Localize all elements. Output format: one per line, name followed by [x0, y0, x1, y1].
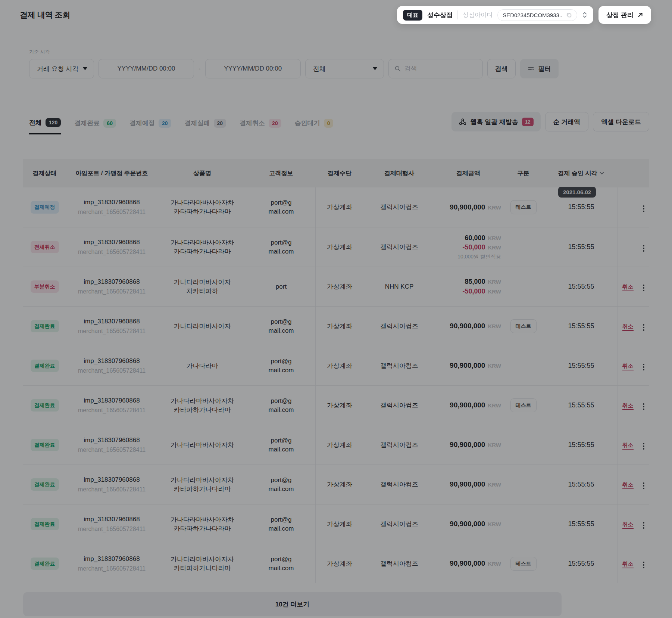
kebab-menu-icon[interactable] — [641, 243, 647, 254]
customer-info: port@gmail.com — [247, 476, 315, 494]
time-type-select[interactable]: 거래 요청 시각 — [29, 59, 94, 78]
actions-cell — [638, 319, 649, 333]
cancel-cell: 취소 — [618, 480, 638, 489]
merchant-id-pill[interactable]: SED02345DCOM3933.. — [497, 9, 577, 21]
table-row: 결제완료 imp_318307960868 merchant_165605728… — [23, 306, 649, 346]
status-cell: 결제예정 — [23, 201, 66, 214]
status-badge: 결제완료 — [31, 478, 59, 491]
kebab-menu-icon[interactable] — [641, 480, 647, 491]
cancel-link[interactable]: 취소 — [622, 560, 634, 568]
type-cell: 테스트 — [502, 398, 545, 413]
merchant-order-id: merchant_165605728411 — [66, 208, 157, 216]
merchant-name: 성수상점 — [427, 11, 453, 19]
copy-icon[interactable] — [566, 12, 572, 18]
cancel-link[interactable]: 취소 — [622, 402, 634, 410]
store-manage-button[interactable]: 상점 관리 — [598, 6, 651, 24]
merchant-id-label: 상점아이디 — [463, 11, 493, 19]
tab-전체[interactable]: 전체120 — [29, 118, 61, 134]
table-body: 결제예정 imp_318307960868 merchant_165605728… — [23, 187, 649, 583]
actions-cell — [638, 201, 649, 214]
cancel-link[interactable]: 취소 — [622, 363, 634, 370]
table-row: 결제완료 imp_318307960868 merchant_165605728… — [23, 544, 649, 583]
cancel-link[interactable]: 취소 — [622, 521, 634, 529]
table-row: 결제완료 imp_318307960868 merchant_165605728… — [23, 346, 649, 385]
load-more-button[interactable]: 10건 더보기 — [23, 592, 562, 616]
pg-provider: 갤럭시아컴즈 — [364, 322, 435, 331]
scope-select[interactable]: 전체 — [305, 59, 384, 78]
topbar-right: 대표 성수상점 상점아이디 SED02345DCOM3933.. 상 — [397, 6, 651, 24]
actions-cell — [638, 557, 649, 571]
kebab-menu-icon[interactable] — [641, 520, 647, 531]
order-id: imp_318307960868 — [66, 277, 157, 286]
status-badge: 결제완료 — [31, 439, 59, 451]
amount-cell: 90,900,000KRW — [435, 559, 502, 569]
webhook-resend-button[interactable]: 웹훅 일괄 재발송 12 — [451, 112, 541, 131]
cancel-link[interactable]: 취소 — [622, 283, 634, 291]
payment-method: 가상계좌 — [315, 361, 364, 370]
tab-label: 결제완료 — [74, 119, 100, 127]
status-cell: 결제완료 — [23, 518, 66, 531]
kebab-menu-icon[interactable] — [641, 203, 647, 214]
product-name: 가나다라마바사아자 — [157, 322, 247, 331]
column-header-order: 아임포트 / 가맹점 주문번호 — [66, 170, 157, 177]
merchant-order-id: merchant_165605728411 — [66, 446, 157, 454]
tab-결제완료[interactable]: 결제완료60 — [74, 118, 116, 134]
net-amount-button[interactable]: 순 거래액 — [545, 112, 589, 131]
tab-count-badge: 0 — [324, 119, 334, 128]
sort-chevron-down-icon — [600, 172, 604, 175]
store-manage-label: 상점 관리 — [606, 11, 634, 19]
kebab-menu-icon[interactable] — [641, 322, 647, 333]
customer-info: port@gmail.com — [247, 436, 315, 454]
tab-결제취소[interactable]: 결제취소20 — [240, 118, 281, 134]
actions-cell — [638, 280, 649, 294]
kebab-menu-icon[interactable] — [641, 282, 647, 294]
customer-info: port@gmail.com — [247, 198, 315, 216]
search-input[interactable] — [404, 65, 477, 72]
approved-time: 15:55:55 — [545, 401, 618, 410]
payment-method: 가상계좌 — [315, 243, 364, 252]
pg-provider: 갤럭시아컴즈 — [364, 361, 435, 370]
tab-count-badge: 20 — [214, 119, 226, 128]
table-row: 결제완료 imp_318307960868 merchant_165605728… — [23, 465, 649, 504]
search-button[interactable]: 검색 — [487, 59, 516, 78]
status-badge: 결제예정 — [31, 201, 59, 214]
cancel-cell: 취소 — [618, 520, 638, 529]
product-name: 가나다라마바사아자차카타파하가나다라마 — [157, 515, 247, 533]
payment-method: 가상계좌 — [315, 401, 364, 410]
pg-provider: NHN KCP — [364, 282, 435, 291]
amount-cell: 60,000KRW-50,000KRW10,000원 할인적용 — [435, 233, 502, 261]
pg-provider: 갤럭시아컴즈 — [364, 480, 435, 489]
approved-time: 15:55:55 — [545, 202, 618, 212]
column-header-amount: 결제금액 — [435, 170, 502, 177]
cancel-link[interactable]: 취소 — [622, 442, 634, 450]
kebab-menu-icon[interactable] — [641, 361, 647, 373]
customer-info: port@gmail.com — [247, 317, 315, 335]
up-down-chevron-icon[interactable] — [582, 11, 587, 19]
filter-button[interactable]: 필터 — [520, 59, 559, 78]
status-tabs: 전체120결제완료60결제예정20결제실패20결제취소20승인대기0 — [23, 118, 333, 134]
merchant-id-value: SED02345DCOM3933.. — [503, 12, 562, 18]
cancel-cell: 취소 — [618, 401, 638, 410]
excel-download-button[interactable]: 엑셀 다운로드 — [593, 112, 649, 131]
filter-controls: 거래 요청 시각 - 전체 검색 필터 — [29, 59, 649, 78]
merchant-order-id: merchant_165605728411 — [66, 406, 157, 414]
kebab-menu-icon[interactable] — [641, 559, 647, 571]
status-badge: 결제완료 — [31, 399, 59, 412]
pg-provider: 갤럭시아컴즈 — [364, 441, 435, 450]
tab-결제실패[interactable]: 결제실패20 — [185, 118, 226, 134]
cancel-link[interactable]: 취소 — [622, 323, 634, 331]
amount-cell: 90,900,000KRW — [435, 400, 502, 410]
kebab-menu-icon[interactable] — [641, 441, 647, 452]
tab-승인대기[interactable]: 승인대기0 — [295, 118, 334, 134]
cancel-link[interactable]: 취소 — [622, 481, 634, 489]
merchant-selector[interactable]: 대표 성수상점 상점아이디 SED02345DCOM3933.. — [397, 6, 593, 24]
kebab-menu-icon[interactable] — [641, 401, 647, 412]
column-header-approved-time[interactable]: 결제 승인 시각 — [545, 170, 618, 177]
date-from-input[interactable] — [99, 59, 194, 78]
date-to-input[interactable] — [205, 59, 301, 78]
order-cell: imp_318307960868 merchant_165605728411 — [66, 515, 157, 533]
actions-cell — [638, 398, 649, 412]
merchant-order-id: merchant_165605728411 — [66, 367, 157, 375]
amount-cell: 90,900,000KRW — [435, 321, 502, 331]
tab-결제예정[interactable]: 결제예정20 — [129, 118, 171, 134]
